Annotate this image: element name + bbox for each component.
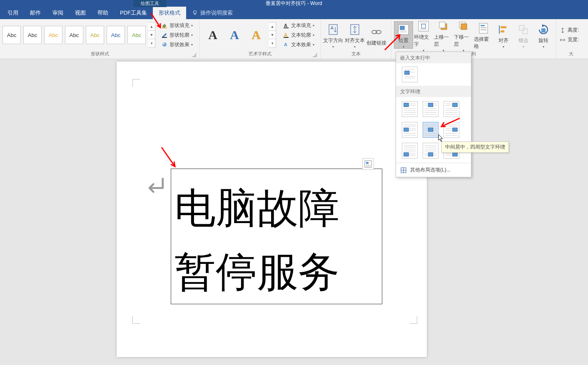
wordart-gallery[interactable]: A A A ▲ ▼ ▾ bbox=[202, 22, 278, 48]
text-effects-icon: A bbox=[283, 41, 289, 48]
style-swatch-4[interactable]: Abc bbox=[65, 26, 83, 44]
style-swatch-1[interactable]: Abc bbox=[2, 26, 21, 44]
style-swatch-3[interactable]: Abc bbox=[44, 26, 62, 44]
position-top-center[interactable] bbox=[423, 101, 439, 117]
svg-rect-80 bbox=[428, 128, 433, 132]
svg-point-5 bbox=[163, 43, 164, 45]
shape-style-gallery[interactable]: Abc Abc Abc Abc Abc Abc Abc ▲ ▼ ▾ bbox=[2, 22, 155, 48]
effects-icon bbox=[161, 41, 168, 48]
style-swatch-5[interactable]: Abc bbox=[86, 26, 104, 44]
margin-marker-bottom-right bbox=[410, 316, 417, 324]
text-direction-button[interactable]: A 文字方向▾ bbox=[323, 21, 343, 49]
svg-rect-34 bbox=[501, 30, 504, 32]
selection-pane-button[interactable]: 选择窗格 bbox=[474, 21, 493, 49]
shape-fill-button[interactable]: 形状填充▾ bbox=[159, 21, 194, 30]
wordart-swatch-1[interactable]: A bbox=[204, 26, 222, 44]
text-direction-icon: A bbox=[326, 23, 340, 36]
layout-options-button[interactable] bbox=[362, 158, 374, 170]
position-bottom-center[interactable] bbox=[423, 143, 439, 159]
text-effects-label: 文本效果 bbox=[291, 41, 311, 48]
ribbon-tabs: 引用 邮件 审阅 视图 帮助 PDF工具集 形状格式 操作说明搜索 bbox=[0, 7, 588, 19]
gallery-down-button[interactable]: ▼ bbox=[148, 31, 155, 39]
svg-rect-39 bbox=[366, 162, 369, 164]
svg-rect-7 bbox=[284, 27, 289, 28]
align-label: 对齐 bbox=[498, 37, 508, 44]
tab-pdf-tools[interactable]: PDF工具集 bbox=[114, 7, 153, 19]
shape-outline-button[interactable]: 形状轮廓▾ bbox=[159, 31, 194, 40]
svg-rect-29 bbox=[481, 25, 485, 26]
wa-more-button[interactable]: ▾ bbox=[269, 39, 276, 47]
text-outline-button[interactable]: A 文本轮廓▾ bbox=[281, 31, 316, 40]
group-objects-label: 组合 bbox=[518, 37, 528, 44]
send-backward-button[interactable]: 下移一层▾ bbox=[454, 21, 473, 49]
more-layout-options[interactable]: 其他布局选项(L)... bbox=[396, 163, 471, 177]
svg-rect-43 bbox=[405, 71, 409, 74]
wrap-text-button[interactable]: 环绕文字▾ bbox=[414, 21, 433, 49]
align-text-icon bbox=[348, 23, 361, 36]
svg-rect-55 bbox=[428, 103, 433, 107]
group-icon bbox=[517, 23, 530, 36]
position-top-right[interactable] bbox=[443, 101, 459, 117]
contextual-tab-label: 绘图工具 bbox=[133, 0, 167, 7]
rotate-button[interactable]: 旋转▾ bbox=[534, 21, 553, 49]
group-shape-styles: Abc Abc Abc Abc Abc Abc Abc ▲ ▼ ▾ 形状填充▾ bbox=[0, 19, 200, 59]
tab-view[interactable]: 视图 bbox=[69, 7, 92, 19]
dialog-launcher-icon[interactable] bbox=[192, 53, 196, 57]
svg-rect-114 bbox=[453, 153, 457, 156]
send-backward-icon bbox=[457, 20, 470, 33]
text-effects-button[interactable]: A 文本效果▾ bbox=[281, 40, 316, 49]
bring-forward-button[interactable]: 上移一层▾ bbox=[434, 21, 453, 49]
group-objects-button[interactable]: 组合▾ bbox=[514, 21, 533, 49]
width-input[interactable]: 宽度: bbox=[559, 36, 579, 43]
group-shape-styles-label: 形状样式 bbox=[2, 50, 197, 59]
position-tooltip: 中间居中，四周型文字环绕 bbox=[441, 142, 509, 153]
textbox-line2: 暂停服务 bbox=[174, 240, 379, 304]
tab-mailings[interactable]: 邮件 bbox=[24, 7, 47, 19]
position-inline-option[interactable] bbox=[402, 67, 418, 82]
position-section-inline: 嵌入文本行中 bbox=[396, 52, 471, 63]
ribbon: Abc Abc Abc Abc Abc Abc Abc ▲ ▼ ▾ 形状填充▾ bbox=[0, 19, 588, 59]
wordart-swatch-2[interactable]: A bbox=[226, 26, 243, 44]
position-section-wrap: 文字环绕 bbox=[396, 86, 471, 97]
bring-forward-icon bbox=[437, 20, 450, 33]
bring-forward-label: 上移一层 bbox=[434, 34, 453, 48]
align-text-button[interactable]: 对齐文本▾ bbox=[345, 21, 365, 49]
tab-review[interactable]: 审阅 bbox=[47, 7, 69, 19]
wa-down-button[interactable]: ▼ bbox=[269, 31, 276, 39]
text-box[interactable]: 电脑故障 暂停服务 bbox=[171, 169, 382, 304]
title-bar: 绘图工具 垂直居中对齐技巧 - Word bbox=[0, 0, 588, 7]
svg-rect-64 bbox=[453, 103, 457, 107]
align-button[interactable]: 对齐▾ bbox=[494, 21, 513, 49]
position-top-left[interactable] bbox=[402, 101, 418, 117]
rotate-icon bbox=[537, 23, 550, 36]
text-fill-button[interactable]: A 文本填充▾ bbox=[281, 21, 316, 30]
tab-references[interactable]: 引用 bbox=[2, 7, 24, 19]
svg-text:A: A bbox=[284, 42, 287, 47]
svg-rect-105 bbox=[428, 153, 433, 156]
shape-effects-button[interactable]: 形状效果▾ bbox=[159, 40, 194, 49]
gallery-more-button[interactable]: ▾ bbox=[148, 39, 155, 47]
wordart-swatch-3[interactable]: A bbox=[247, 26, 265, 44]
style-swatch-6[interactable]: Abc bbox=[107, 26, 125, 44]
group-size: 高度: 宽度: 大 bbox=[556, 19, 586, 59]
style-swatch-7[interactable]: Abc bbox=[127, 26, 146, 44]
svg-rect-36 bbox=[523, 29, 528, 34]
position-middle-left[interactable] bbox=[402, 122, 418, 138]
dialog-launcher-icon[interactable] bbox=[313, 53, 317, 57]
style-swatch-2[interactable]: Abc bbox=[23, 26, 42, 44]
svg-rect-73 bbox=[404, 128, 409, 132]
height-input[interactable]: 高度: bbox=[559, 27, 579, 34]
margin-marker-top-left bbox=[132, 79, 140, 87]
group-size-label: 大 bbox=[558, 50, 583, 59]
position-middle-center[interactable] bbox=[423, 122, 439, 138]
text-direction-label: 文字方向 bbox=[323, 37, 343, 44]
svg-rect-1 bbox=[194, 14, 196, 15]
tab-help[interactable]: 帮助 bbox=[92, 7, 114, 19]
align-icon bbox=[497, 23, 510, 36]
tell-me-search[interactable]: 操作说明搜索 bbox=[186, 7, 239, 19]
wrap-text-label: 环绕文字 bbox=[414, 34, 433, 48]
wa-up-button[interactable]: ▲ bbox=[269, 22, 276, 31]
svg-rect-48 bbox=[404, 103, 409, 107]
position-bottom-left[interactable] bbox=[402, 143, 418, 159]
svg-rect-3 bbox=[162, 37, 167, 38]
